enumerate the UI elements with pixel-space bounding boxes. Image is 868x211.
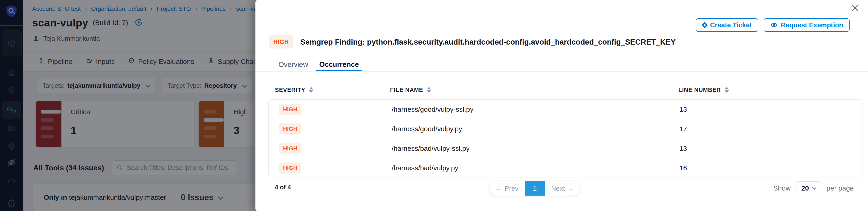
line-number-cell: 16 <box>679 164 687 172</box>
column-header-line-number[interactable]: LINE NUMBER <box>678 81 729 99</box>
request-exemption-label: Request Exemption <box>781 22 843 29</box>
next-label: Next <box>551 185 565 192</box>
current-page-button[interactable]: 1 <box>525 181 545 196</box>
column-header-file-name[interactable]: FILE NAME <box>390 81 431 99</box>
file-name-cell: /harness/bad/vulpy.py <box>392 164 458 172</box>
line-number-cell: 17 <box>679 125 687 133</box>
drawer-actions: Create Ticket Request Exemption <box>696 19 849 32</box>
show-label: Show <box>773 184 791 192</box>
sort-icon[interactable] <box>309 87 313 93</box>
file-name-cell: /harness/good/vulpy-ssl.py <box>392 106 473 113</box>
severity-badge: HIGH <box>279 143 302 154</box>
pagination-control: ← Prev 1 Next → <box>489 181 580 196</box>
column-label: FILE NAME <box>390 86 423 93</box>
drawer-tabs: Overview Occurrence <box>278 58 359 71</box>
column-label: LINE NUMBER <box>678 86 721 93</box>
table-row[interactable]: HIGH /harness/bad/vulpy-ssl.py 13 <box>269 139 862 158</box>
finding-detail-drawer: × Create Ticket Request Exemption HIGH S… <box>255 0 868 211</box>
occurrence-table: HIGH /harness/good/vulpy-ssl.py 13 HIGH … <box>268 99 863 177</box>
per-page-label: per page <box>827 184 854 192</box>
arrow-right-icon: → <box>567 185 574 192</box>
chevron-down-icon <box>812 185 816 190</box>
pagination-summary: 4 of 4 <box>275 184 291 191</box>
table-row[interactable]: HIGH /harness/good/vulpy-ssl.py 13 <box>269 100 862 119</box>
create-ticket-button[interactable]: Create Ticket <box>696 19 758 32</box>
eye-off-icon <box>770 22 778 29</box>
column-header-severity[interactable]: SEVERITY <box>275 81 313 99</box>
finding-title: Semgrep Finding: python.flask.security.a… <box>300 38 676 46</box>
arrow-left-icon: ← <box>496 185 502 192</box>
page-size-control: Show 20 per page <box>773 181 854 196</box>
next-page-button[interactable]: Next → <box>545 181 580 196</box>
prev-page-button[interactable]: ← Prev <box>490 181 525 196</box>
line-number-cell: 13 <box>679 145 687 152</box>
severity-badge: HIGH <box>279 124 302 135</box>
ticket-diamond-icon <box>702 22 708 28</box>
request-exemption-button[interactable]: Request Exemption <box>764 19 849 32</box>
severity-badge: HIGH <box>269 35 293 48</box>
finding-header: HIGH Semgrep Finding: python.flask.secur… <box>269 35 676 48</box>
column-label: SEVERITY <box>275 86 305 93</box>
app-root: ⚙ Account: STO test › Organization: defa… <box>0 0 868 211</box>
tab-occurrence[interactable]: Occurrence <box>319 61 359 69</box>
page-size-select[interactable]: 20 <box>796 181 821 195</box>
file-name-cell: /harness/bad/vulpy-ssl.py <box>392 145 470 152</box>
sort-icon[interactable] <box>427 87 431 93</box>
prev-label: Prev <box>505 185 519 192</box>
severity-badge: HIGH <box>279 104 302 115</box>
severity-badge: HIGH <box>279 163 302 174</box>
close-icon[interactable]: × <box>851 0 859 15</box>
table-row[interactable]: HIGH /harness/bad/vulpy.py 16 <box>269 158 862 177</box>
create-ticket-label: Create Ticket <box>710 22 752 29</box>
page-size-value: 20 <box>801 184 809 192</box>
table-row[interactable]: HIGH /harness/good/vulpy.py 17 <box>269 119 862 139</box>
sort-icon[interactable] <box>725 87 729 93</box>
tab-overview[interactable]: Overview <box>278 61 308 69</box>
file-name-cell: /harness/good/vulpy.py <box>392 125 462 133</box>
line-number-cell: 13 <box>679 106 687 113</box>
